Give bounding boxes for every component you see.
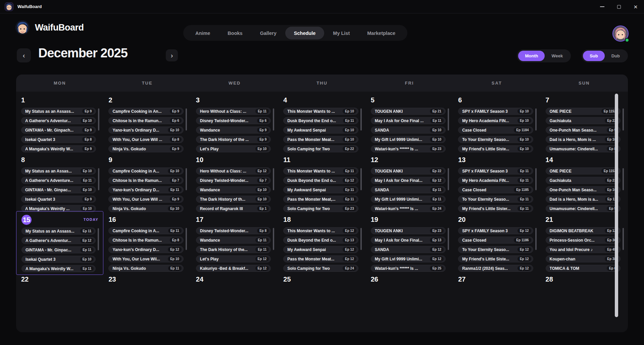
cell-scrollbar[interactable] xyxy=(186,168,187,190)
cell-scrollbar[interactable] xyxy=(273,168,274,190)
event-pill[interactable]: My Status as an Assas...Ep 10 xyxy=(21,167,96,175)
event-pill[interactable]: This Monster Wants to ...Ep 11 xyxy=(283,167,358,175)
day-cell-1[interactable]: 1My Status as an Assass...Ep 9A Gatherer… xyxy=(16,92,103,155)
event-pill[interactable]: Let's PlayEp 12 xyxy=(196,255,271,262)
event-pill[interactable]: Pass the Monster Meat...Ep 12 xyxy=(283,255,358,262)
day-cell-10[interactable]: 10Hero Without a Class: ...Ep 12Disney T… xyxy=(191,151,278,214)
event-pill[interactable]: One-Punch Man Seaso...Ep 9 xyxy=(546,127,621,134)
tab-gallery[interactable]: Gallery xyxy=(251,27,285,39)
event-pill[interactable]: Disney Twisted-Wonder...Ep 7 xyxy=(196,177,271,184)
event-pill[interactable]: GINTAMA - Mr. Ginpac...Ep 10 xyxy=(21,186,96,193)
event-pill[interactable]: My Hero Academia FIN...Ep 11 xyxy=(458,177,533,184)
event-pill[interactable]: Case ClosedEp 1185 xyxy=(458,186,533,193)
day-cell-6[interactable]: 6SPY x FAMILY Season 3Ep 10My Hero Acade… xyxy=(453,92,540,155)
cell-scrollbar[interactable] xyxy=(186,108,187,131)
event-pill[interactable]: Yano-kun's Ordinary D...Ep 11 xyxy=(108,186,183,193)
event-pill[interactable]: Isekai Quartet 3Ep 8 xyxy=(21,136,96,143)
event-pill[interactable]: May I Ask for One Final...Ep 12 xyxy=(371,177,446,184)
day-cell-16[interactable]: 16Campfire Cooking in A...Ep 11Chitose I… xyxy=(103,211,191,275)
event-pill[interactable]: Isekai Quartet 3Ep 9 xyxy=(21,196,96,203)
day-cell-4[interactable]: 4This Monster Wants to ...Ep 10Dusk Beyo… xyxy=(278,92,365,155)
cell-scrollbar[interactable] xyxy=(623,108,624,131)
event-pill[interactable]: One-Punch Man Seaso...Ep 10 xyxy=(546,186,621,193)
cell-scrollbar[interactable] xyxy=(273,108,274,131)
maximize-button[interactable] xyxy=(610,0,627,13)
event-pill[interactable]: SANDAEp 12 xyxy=(371,246,446,253)
cell-scrollbar[interactable] xyxy=(186,228,187,250)
event-pill[interactable]: Pass the Monster Meat,...Ep 11 xyxy=(283,196,358,203)
event-pill[interactable]: Yano-kun's Ordinary D...Ep 10 xyxy=(108,127,183,134)
cell-scrollbar[interactable] xyxy=(448,228,449,250)
day-cell-19[interactable]: 19TOUGEN ANKIEp 23May I Ask for One Fina… xyxy=(366,211,453,275)
day-cell-24[interactable]: 24 xyxy=(191,271,278,331)
day-cell-27[interactable]: 27 xyxy=(453,271,540,331)
event-pill[interactable]: ONE PIECEEp 1153 xyxy=(546,167,621,175)
event-pill[interactable]: TOUGEN ANKIEp 21 xyxy=(371,108,446,115)
event-pill[interactable]: Yano-kun's Ordinary D...Ep 12 xyxy=(108,246,183,253)
prev-month-button[interactable]: ‹ xyxy=(17,48,31,62)
event-pill[interactable]: My Gift Lvl 9999 Unlimi...Ep 11 xyxy=(371,196,446,203)
event-pill[interactable]: WandanceEp 10 xyxy=(196,186,271,193)
cell-scrollbar[interactable] xyxy=(623,228,624,250)
event-pill[interactable]: My Status as an Assass...Ep 9 xyxy=(21,108,96,115)
event-pill[interactable]: Dusk Beyond the End o...Ep 13 xyxy=(283,237,358,244)
event-pill[interactable]: WandanceEp 11 xyxy=(196,237,271,244)
event-pill[interactable]: WandanceEp 9 xyxy=(196,127,271,134)
event-pill[interactable]: SPY x FAMILY Season 3Ep 10 xyxy=(458,108,533,115)
event-pill[interactable]: Campfire Cooking in An...Ep 9 xyxy=(108,108,183,115)
cell-scrollbar[interactable] xyxy=(360,168,362,190)
day-cell-26[interactable]: 26 xyxy=(366,271,453,331)
day-cell-9[interactable]: 9Campfire Cooking in A...Ep 10Chitose Is… xyxy=(103,151,191,214)
event-pill[interactable]: SPY x FAMILY Season 3Ep 11 xyxy=(458,167,533,175)
cell-scrollbar[interactable] xyxy=(448,168,449,190)
event-pill[interactable]: Case ClosedEp 1184 xyxy=(458,127,533,134)
event-pill[interactable]: SANDAEp 10 xyxy=(371,127,446,134)
cell-scrollbar[interactable] xyxy=(535,108,537,131)
event-pill[interactable]: Dad is a Hero, Mom is a...Ep 11 xyxy=(546,196,621,203)
day-cell-12[interactable]: 12TOUGEN ANKIEp 22May I Ask for One Fina… xyxy=(366,151,453,214)
tab-anime[interactable]: Anime xyxy=(187,27,219,39)
event-pill[interactable]: My Awkward SenpaiEp 11 xyxy=(283,186,358,193)
cell-scrollbar[interactable] xyxy=(360,108,362,131)
event-pill[interactable]: Chitose Is in the Ramun...Ep 8 xyxy=(108,237,183,244)
cell-scrollbar[interactable] xyxy=(535,228,537,250)
audio-sub[interactable]: Sub xyxy=(583,51,605,61)
day-cell-17[interactable]: 17Disney Twisted-Wonder...Ep 8WandanceEp… xyxy=(191,211,278,275)
day-cell-20[interactable]: 20SPY x FAMILY Season 3Ep 12Case ClosedE… xyxy=(453,211,540,275)
event-pill[interactable]: Isekai Quartet 3Ep 10 xyxy=(21,256,96,263)
event-pill[interactable]: My Hero Academia FIN...Ep 10 xyxy=(458,117,533,124)
event-pill[interactable]: Case ClosedEp 1186 xyxy=(458,237,533,244)
event-pill[interactable]: Dusk Beyond the End o...Ep 12 xyxy=(283,177,358,184)
minimize-button[interactable] xyxy=(594,0,610,13)
cell-scrollbar[interactable] xyxy=(98,228,99,250)
tab-my-list[interactable]: My List xyxy=(324,27,358,39)
cell-scrollbar[interactable] xyxy=(273,228,274,250)
event-pill[interactable]: GachiakutaEp 23 xyxy=(546,177,621,184)
event-pill[interactable]: Princess-Session Orc...Ep 36 xyxy=(546,237,621,244)
event-pill[interactable]: Chitose Is in the Ramun...Ep 6 xyxy=(108,117,183,124)
audio-dub[interactable]: Dub xyxy=(605,51,627,61)
event-pill[interactable]: My Awkward SenpaiEp 10 xyxy=(283,127,358,134)
close-button[interactable]: ✕ xyxy=(627,0,644,13)
day-cell-5[interactable]: 5TOUGEN ANKIEp 21May I Ask for One Final… xyxy=(366,92,453,155)
event-pill[interactable]: GINTAMA - Mr. Ginpac...Ep 11 xyxy=(21,246,96,253)
tab-marketplace[interactable]: Marketplace xyxy=(358,27,404,39)
event-pill[interactable]: A Gatherer's Adventur...Ep 12 xyxy=(21,237,96,244)
view-week[interactable]: Week xyxy=(545,51,569,61)
event-pill[interactable]: ONE PIECEEp 1152 xyxy=(546,108,621,115)
tab-schedule[interactable]: Schedule xyxy=(285,27,324,39)
event-pill[interactable]: GINTAMA - Mr. Ginpach...Ep 9 xyxy=(21,127,96,134)
event-pill[interactable]: To Your Eternity Seaso...Ep 11 xyxy=(458,196,533,203)
event-pill[interactable]: With You, Our Love Will ...Ep 9 xyxy=(108,196,183,203)
day-cell-11[interactable]: 11This Monster Wants to ...Ep 11Dusk Bey… xyxy=(278,151,365,214)
event-pill[interactable]: SANDAEp 11 xyxy=(371,186,446,193)
event-pill[interactable]: You and Idol Precure ♪Ep 45 xyxy=(546,246,621,253)
event-pill[interactable]: Dusk Beyond the End o...Ep 11 xyxy=(283,117,358,124)
event-pill[interactable]: Pass the Monster Meat...Ep 10 xyxy=(283,136,358,143)
cell-scrollbar[interactable] xyxy=(360,228,362,250)
page-scrollbar[interactable] xyxy=(615,94,618,317)
day-cell-8[interactable]: 8My Status as an Assas...Ep 10A Gatherer… xyxy=(16,151,103,214)
day-cell-3[interactable]: 3Hero Without a Class: ...Ep 11Disney Tw… xyxy=(191,92,278,155)
event-pill[interactable]: Dad is a Hero, Mom is ...Ep 10 xyxy=(546,136,621,143)
event-pill[interactable]: My Status as an Assass...Ep 11 xyxy=(21,228,96,235)
